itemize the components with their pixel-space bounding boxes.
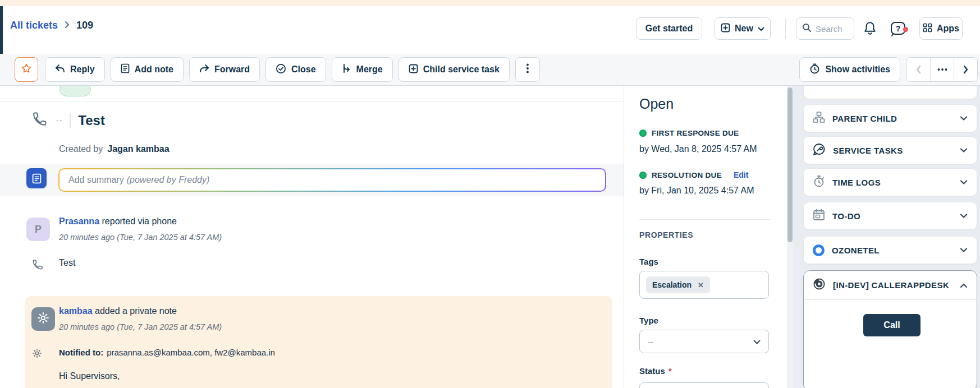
chevron-down-icon [960, 177, 968, 187]
ticket-toolbar: Reply Add note Forward Close Merge [0, 54, 980, 86]
global-search[interactable] [796, 17, 854, 40]
first-response-due-value: by Wed, Jan 8, 2025 4:57 AM [639, 144, 757, 154]
truncated-tag-pill [59, 86, 91, 96]
section-divider [0, 101, 624, 101]
service-tasks-card[interactable]: SERVICE TASKS [803, 136, 977, 164]
note-headline: kambaa added a private note [59, 306, 177, 316]
notifications-bell-icon[interactable] [863, 21, 877, 39]
close-label: Close [291, 64, 316, 75]
gear-icon [37, 312, 49, 326]
reply-label: Reply [70, 64, 95, 75]
svg-text:?: ? [896, 24, 901, 33]
header: All tickets 109 Get started New [0, 6, 980, 54]
system-avatar [31, 307, 55, 331]
calendar-check-icon [813, 209, 825, 223]
message-author-link[interactable]: Prasanna [59, 216, 99, 226]
truncated-app-card [803, 86, 977, 99]
callerappdesk-header[interactable]: [IN-DEV] CALLERAPPDESK [804, 271, 977, 300]
ticket-list-menu-button[interactable] [930, 58, 954, 81]
details-scrollbar-thumb[interactable] [787, 87, 793, 242]
created-by-name: Jagan kambaa [107, 144, 169, 154]
child-service-task-label: Child service task [423, 64, 500, 75]
remove-tag-icon[interactable]: ✕ [698, 281, 704, 289]
time-logs-label: TIME LOGS [832, 178, 881, 187]
details-divider [639, 219, 770, 220]
call-button[interactable]: Call [863, 314, 921, 336]
message-timestamp: 20 minutes ago (Tue, 7 Jan 2025 at 4:57 … [59, 233, 222, 242]
ozonetel-card[interactable]: OZONETEL [803, 236, 977, 264]
help-icon[interactable]: ? [890, 29, 906, 39]
breadcrumb-all-tickets-link[interactable]: All tickets [10, 20, 58, 31]
parent-child-card[interactable]: PARENT CHILD [803, 104, 977, 132]
summary-placeholder-freddy: (powered by Freddy) [127, 175, 210, 185]
breadcrumb: All tickets 109 [10, 20, 93, 31]
service-tasks-label: SERVICE TASKS [833, 146, 903, 155]
collapsed-nav-sliver [0, 6, 3, 54]
kebab-menu-icon [526, 63, 529, 76]
new-button[interactable]: New [715, 17, 771, 40]
callerappdesk-card: [IN-DEV] CALLERAPPDESK Call [803, 270, 977, 388]
apps-sidebar: PARENT CHILD SERVICE TASKS TIME LOGS [793, 86, 980, 388]
created-by-label: Created by [59, 144, 103, 154]
todo-card[interactable]: TO-DO [803, 202, 977, 230]
activity-clock-icon [809, 63, 820, 76]
type-dropdown-value: -- [648, 337, 653, 347]
chevron-up-icon [960, 280, 968, 290]
add-note-button[interactable]: Add note [111, 57, 184, 82]
close-ticket-button[interactable]: Close [265, 57, 326, 82]
ticket-source-value: -- [56, 116, 62, 125]
status-field-label-text: Status [639, 366, 665, 376]
message-body: Test [59, 258, 75, 268]
status-field-label: Status* [639, 366, 672, 376]
ozonetel-ring-icon [813, 244, 825, 256]
apps-label: Apps [937, 24, 959, 34]
message-headline: Prasanna reported via phone [59, 216, 177, 227]
ticket-page: All tickets 109 Get started New [0, 0, 980, 388]
tags-input[interactable]: Escalation ✕ [639, 271, 769, 299]
forward-label: Forward [214, 64, 250, 75]
tags-field-label: Tags [639, 257, 658, 266]
type-dropdown[interactable]: -- [639, 330, 769, 353]
search-icon [802, 23, 812, 35]
merge-button[interactable]: Merge [332, 57, 393, 82]
next-ticket-button[interactable] [954, 58, 977, 81]
status-dropdown[interactable] [639, 382, 769, 388]
chevron-down-icon [960, 211, 968, 221]
message-action: reported via phone [102, 216, 177, 226]
tag-chip: Escalation ✕ [646, 276, 710, 293]
first-response-due-label: FIRST RESPONSE DUE [652, 129, 739, 137]
note-author-link[interactable]: kambaa [59, 306, 93, 316]
first-response-due-row: FIRST RESPONSE DUE [639, 129, 739, 137]
service-task-bubble-icon [813, 143, 826, 158]
edit-resolution-link[interactable]: Edit [734, 170, 748, 179]
forward-button[interactable]: Forward [189, 57, 260, 82]
ticket-details-panel: Open FIRST RESPONSE DUE by Wed, Jan 8, 2… [625, 86, 787, 388]
more-actions-button[interactable] [515, 57, 540, 82]
reply-button[interactable]: Reply [45, 57, 105, 82]
conversation-panel: -- Test Created byJagan kambaa Add summa… [0, 86, 624, 388]
star-ticket-button[interactable] [15, 57, 38, 82]
notified-to-row: Notified to:prasanna.as@kambaa.com, fw2@… [59, 348, 275, 357]
get-started-button[interactable]: Get started [636, 17, 702, 40]
previous-ticket-button[interactable] [906, 58, 930, 81]
notified-recipients: prasanna.as@kambaa.com, fw2@kambaa.in [107, 348, 275, 357]
avatar[interactable]: P [26, 218, 50, 241]
show-activities-button[interactable]: Show activities [799, 57, 900, 82]
time-logs-card[interactable]: TIME LOGS [803, 168, 977, 196]
apps-button[interactable]: Apps [919, 17, 963, 40]
new-label: New [735, 24, 753, 34]
details-scrollbar-track[interactable] [787, 86, 793, 388]
search-input[interactable] [816, 24, 849, 34]
gear-icon [32, 348, 42, 361]
ticket-pagination-group [906, 57, 978, 82]
breadcrumb-chevron-icon [64, 20, 70, 31]
child-service-task-button[interactable]: Child service task [399, 57, 510, 82]
resolution-due-value: by Fri, Jan 10, 2025 4:57 AM [639, 186, 754, 196]
note-timestamp: 20 minutes ago (Tue, 7 Jan 2025 at 4:57 … [59, 322, 222, 331]
plus-square-icon [721, 23, 730, 35]
callerappdesk-swirl-icon [813, 278, 826, 293]
chevron-down-icon [758, 24, 764, 34]
breadcrumb-ticket-id: 109 [76, 20, 93, 31]
summary-input[interactable]: Add summary (powered by Freddy) [58, 168, 606, 192]
sla-green-dot-icon [639, 172, 647, 179]
